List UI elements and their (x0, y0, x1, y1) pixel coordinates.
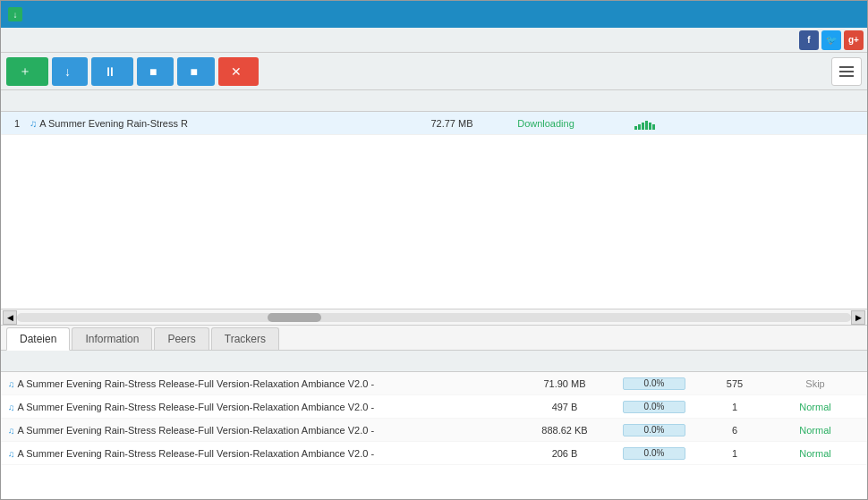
file-teile: 6 (699, 425, 770, 436)
torrent-list-header (1, 90, 867, 112)
horizontal-scrollbar[interactable]: ◀ ▶ (1, 309, 867, 325)
stop-icon: ■ (149, 64, 157, 79)
file-path: ♫A Summer Evening Rain-Stress Release-Fu… (8, 402, 520, 412)
file-path: ♫A Summer Evening Rain-Stress Release-Fu… (8, 448, 520, 459)
torrent-health (604, 117, 685, 130)
facebook-icon[interactable]: f (799, 30, 819, 50)
tab-peers[interactable]: Peers (154, 327, 208, 350)
menu-hilfe[interactable] (76, 37, 94, 44)
file-progress: 0.0% (609, 424, 699, 436)
progress-text: 0.0% (644, 425, 665, 435)
scroll-track[interactable] (17, 313, 851, 322)
tab-dateien[interactable]: Dateien (6, 327, 70, 351)
list-item[interactable]: ♫A Summer Evening Rain-Stress Release-Fu… (1, 372, 867, 395)
social-icons: f 🐦 g+ (799, 30, 864, 50)
close-button[interactable] (837, 5, 860, 23)
scroll-thumb[interactable] (268, 313, 321, 322)
title-bar (1, 1, 867, 28)
remove-button[interactable]: ✕ (218, 57, 259, 86)
start-icon: ↓ (64, 64, 71, 79)
file-teile: 1 (699, 448, 770, 459)
file-teile: 575 (699, 378, 770, 389)
file-size: 497 B (520, 402, 609, 412)
progress-bar: 0.0% (623, 447, 685, 460)
menu-torrent[interactable] (22, 37, 40, 44)
scroll-right-arrow[interactable]: ▶ (851, 310, 865, 325)
music-file-icon: ♫ (8, 403, 15, 412)
torrent-status: Downloading (488, 118, 604, 129)
file-progress: 0.0% (609, 447, 699, 460)
music-file-icon: ♫ (8, 426, 15, 436)
progress-bar: 0.0% (623, 401, 685, 413)
app-icon (8, 7, 22, 21)
bottom-panel: Dateien Information Peers Trackers ♫A Su… (1, 325, 867, 499)
tab-bar: Dateien Information Peers Trackers (1, 326, 867, 351)
file-priority: Normal (770, 448, 860, 459)
googleplus-icon[interactable]: g+ (844, 30, 864, 50)
stop-button[interactable]: ■ (137, 57, 174, 86)
maximize-button[interactable] (812, 5, 835, 23)
start-button[interactable]: ↓ (52, 57, 88, 86)
hamburger-icon (839, 66, 854, 77)
torrent-id: 1 (4, 118, 30, 129)
plus-icon: ＋ (19, 64, 31, 80)
scroll-left-arrow[interactable]: ◀ (3, 310, 17, 325)
menu-toggle-button[interactable] (831, 57, 862, 86)
add-torrent-button[interactable]: ＋ (6, 57, 48, 86)
file-size: 206 B (520, 448, 609, 459)
file-priority: Skip (770, 378, 860, 389)
window-controls (787, 5, 860, 23)
music-file-icon: ♫ (8, 379, 15, 389)
file-path: ♫A Summer Evening Rain-Stress Release-Fu… (8, 425, 520, 436)
menu-datei[interactable] (4, 37, 22, 44)
file-size: 888.62 KB (520, 425, 609, 436)
file-rows: ♫A Summer Evening Rain-Stress Release-Fu… (1, 372, 867, 465)
list-item[interactable]: ♫A Summer Evening Rain-Stress Release-Fu… (1, 442, 867, 465)
twitter-icon[interactable]: 🐦 (821, 30, 841, 50)
music-icon: ♫ (30, 118, 37, 129)
pause-button[interactable]: ⏸ (91, 57, 133, 86)
file-priority: Normal (770, 402, 860, 412)
tab-trackers[interactable]: Trackers (211, 327, 279, 350)
file-priority: Normal (770, 425, 860, 436)
file-list-header (1, 351, 867, 372)
pause-icon: ⏸ (104, 64, 116, 79)
torrent-size: 72.77 MB (416, 118, 488, 129)
progress-text: 0.0% (644, 448, 665, 458)
progress-bar: 0.0% (623, 377, 685, 390)
table-row[interactable]: 1 ♫A Summer Evening Rain-Stress R 72.77 … (1, 112, 867, 135)
progress-text: 0.0% (644, 402, 665, 411)
tab-information[interactable]: Information (72, 327, 152, 350)
file-size: 71.90 MB (520, 378, 609, 389)
menu-tools[interactable] (40, 37, 58, 44)
torrent-list: 1 ♫A Summer Evening Rain-Stress R 72.77 … (1, 112, 867, 309)
menu-bar: f 🐦 g+ (1, 28, 867, 53)
file-teile: 1 (699, 402, 770, 412)
toolbar: ＋ ↓ ⏸ ■ ■ ✕ (1, 53, 867, 90)
main-content: 1 ♫A Summer Evening Rain-Stress R 72.77 … (1, 90, 867, 499)
progress-bar: 0.0% (623, 424, 685, 436)
menu-anzeigen[interactable] (58, 37, 76, 44)
torrent-name: ♫A Summer Evening Rain-Stress R (30, 118, 228, 129)
file-progress: 0.0% (609, 401, 699, 413)
music-file-icon: ♫ (8, 449, 15, 459)
stop-all-icon: ■ (190, 64, 197, 79)
progress-text: 0.0% (644, 378, 665, 388)
remove-icon: ✕ (231, 64, 242, 79)
minimize-button[interactable] (787, 5, 810, 23)
file-path: ♫A Summer Evening Rain-Stress Release-Fu… (8, 378, 520, 389)
file-progress: 0.0% (609, 377, 699, 390)
list-item[interactable]: ♫A Summer Evening Rain-Stress Release-Fu… (1, 395, 867, 419)
file-list: ♫A Summer Evening Rain-Stress Release-Fu… (1, 351, 867, 499)
stop-all-button[interactable]: ■ (177, 57, 214, 86)
list-item[interactable]: ♫A Summer Evening Rain-Stress Release-Fu… (1, 419, 867, 442)
